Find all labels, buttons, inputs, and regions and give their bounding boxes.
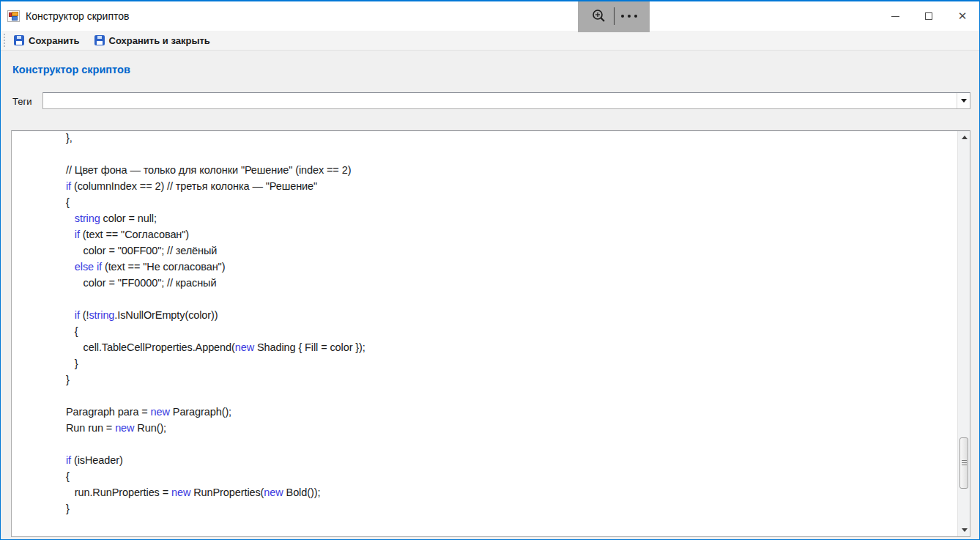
code-line: } (66, 371, 957, 388)
code-line (66, 517, 957, 533)
code-line: if (run.RunProperties == null) (66, 533, 957, 536)
code-line: }, (66, 130, 957, 146)
code-line: if (isHeader) (66, 452, 957, 468)
code-line: string color = null; (66, 210, 957, 226)
more-options-icon[interactable] (621, 15, 637, 18)
scrollbar-thumb[interactable] (959, 437, 968, 489)
code-line (66, 291, 957, 307)
close-icon: ✕ (958, 11, 968, 22)
code-line (66, 388, 957, 404)
tags-input[interactable] (43, 93, 957, 108)
arrow-down-icon (962, 528, 968, 532)
zoom-in-icon[interactable] (591, 8, 607, 24)
window-controls: ✕ (878, 0, 979, 32)
code-line: { (66, 468, 957, 484)
toolbar: Сохранить Сохранить и закрыть (1, 31, 979, 51)
scroll-down-button[interactable] (958, 524, 970, 536)
code-line: if (columnIndex == 2) // третья колонка … (66, 178, 957, 194)
save-button-label: Сохранить (29, 35, 80, 46)
maximize-button[interactable] (912, 0, 946, 32)
code-line: // Цвет фона — только для колонки "Решен… (66, 162, 957, 178)
save-and-close-button[interactable]: Сохранить и закрыть (89, 33, 216, 48)
window-title: Конструктор скриптов (26, 10, 130, 22)
vertical-scrollbar[interactable] (957, 131, 970, 536)
tags-label: Теги (12, 96, 31, 107)
code-line: if (!string.IsNullOrEmpty(color)) (66, 307, 957, 323)
chevron-down-icon (961, 99, 967, 103)
save-icon (14, 35, 24, 45)
title-bar: Конструктор скриптов ✕ (1, 1, 979, 31)
code-line: color = "FF0000"; // красный (66, 275, 957, 291)
overlay-separator (614, 7, 615, 25)
close-button[interactable]: ✕ (946, 0, 979, 32)
code-line: color = "00FF00"; // зелёный (66, 243, 957, 259)
code-line: } (66, 355, 957, 371)
code-line: else if (text == "Не согласован") (66, 259, 957, 275)
scrollbar-grip-icon (962, 460, 967, 467)
code-line (66, 436, 957, 452)
code-line: Paragraph para = new Paragraph(); (66, 404, 957, 420)
code-line: run.RunProperties = new RunProperties(ne… (66, 484, 957, 500)
code-line: { (66, 194, 957, 210)
code-line: } (66, 500, 957, 517)
minimize-icon (891, 16, 899, 17)
tags-dropdown-button[interactable] (957, 93, 970, 108)
app-icon-blue-block (12, 16, 18, 21)
arrow-up-icon (962, 136, 968, 139)
maximize-icon (925, 12, 932, 20)
code-line: Run run = new Run(); (66, 420, 957, 436)
script-code-editor[interactable]: }, // Цвет фона — только для колонки "Ре… (11, 130, 970, 537)
code-line (66, 146, 957, 162)
page-title: Конструктор скриптов (12, 64, 130, 75)
main-content: Конструктор скриптов Теги }, // Цвет фон… (1, 51, 979, 539)
scroll-up-button[interactable] (958, 131, 970, 144)
code-line: { (66, 323, 957, 339)
save-button[interactable]: Сохранить (8, 33, 86, 48)
code-content[interactable]: }, // Цвет фона — только для колонки "Ре… (12, 130, 957, 536)
save-and-close-button-label: Сохранить и закрыть (109, 35, 210, 46)
app-icon (7, 10, 20, 22)
save-icon (94, 35, 105, 45)
minimize-button[interactable] (878, 0, 912, 32)
code-line: if (text == "Согласован") (66, 226, 957, 243)
toolbar-grip[interactable] (4, 34, 5, 47)
tags-combobox[interactable] (42, 92, 970, 109)
screenshot-tool-overlay (578, 0, 650, 32)
script-constructor-window: Конструктор скриптов ✕ Сохранить (0, 0, 980, 540)
code-line: cell.TableCellProperties.Append(new Shad… (66, 339, 957, 355)
